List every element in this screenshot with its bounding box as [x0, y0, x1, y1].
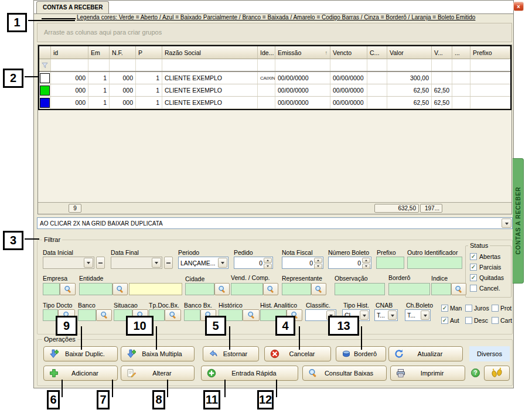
status-quitadas-checkbox[interactable]: ✓: [470, 274, 477, 281]
spin-up-icon[interactable]: [362, 258, 370, 263]
data-final-input[interactable]: [111, 257, 162, 269]
grid-header-v[interactable]: V...: [432, 46, 452, 59]
chevron-down-icon[interactable]: [502, 219, 511, 228]
grid-header-vencto[interactable]: Vencto: [330, 46, 367, 59]
empresa-search-button[interactable]: [60, 283, 76, 295]
filter-cell[interactable]: [432, 59, 452, 71]
chevron-down-icon[interactable]: [388, 310, 397, 320]
filter-cell[interactable]: [330, 59, 367, 71]
chevron-down-icon[interactable]: [152, 258, 161, 268]
spinner-buttons[interactable]: [314, 258, 322, 268]
grid-action-select[interactable]: AO CLICAR 2X NA GRID BAIXAR DUPLICATA: [37, 217, 513, 229]
banco-input[interactable]: [78, 309, 96, 321]
data-final-clear-button[interactable]: [164, 257, 173, 269]
spinner-buttons[interactable]: [264, 258, 272, 268]
filter-cell[interactable]: [110, 59, 136, 71]
estornar-button[interactable]: Estornar: [203, 346, 259, 361]
atualizar-button[interactable]: Atualizar: [388, 346, 463, 361]
representante-input[interactable]: [282, 283, 311, 295]
historico-search-button[interactable]: [243, 309, 260, 321]
aut-checkbox[interactable]: ✓: [441, 317, 448, 324]
spinner-buttons[interactable]: [362, 258, 370, 268]
tp-doc-bx-search-button[interactable]: [165, 309, 181, 321]
empresa-input[interactable]: [43, 283, 60, 295]
filter-cell[interactable]: [275, 59, 330, 71]
filter-cell[interactable]: [258, 59, 275, 71]
prot-checkbox[interactable]: [492, 305, 499, 312]
baixa-multipla-button[interactable]: Baixa Multipla: [121, 346, 195, 361]
adicionar-button[interactable]: Adicionar: [43, 366, 118, 381]
grid-header-id[interactable]: id: [51, 46, 88, 59]
banco-search-button[interactable]: [96, 309, 112, 321]
grid-header-prefixo[interactable]: Prefixo: [470, 46, 510, 59]
data-inicial-input[interactable]: [43, 257, 94, 269]
spin-up-icon[interactable]: [314, 258, 322, 263]
chevron-down-icon[interactable]: [421, 310, 429, 320]
vend-comp-input[interactable]: [231, 283, 263, 295]
representante-search-button[interactable]: [311, 283, 326, 295]
footprints-button[interactable]: [484, 366, 510, 381]
spin-down-icon[interactable]: [264, 264, 272, 269]
banco-bx-input[interactable]: [184, 309, 200, 321]
chevron-down-icon[interactable]: [84, 258, 93, 268]
periodo-select[interactable]: LANÇAME...: [178, 257, 229, 269]
entidade-search-button[interactable]: [112, 283, 128, 295]
cnab-select[interactable]: T...: [374, 309, 398, 321]
grid-header-valor[interactable]: Valor: [387, 46, 432, 59]
filter-cell[interactable]: [387, 59, 432, 71]
grid-header-emissao[interactable]: Emissão↑: [275, 46, 330, 59]
outro-identificador-input[interactable]: [407, 257, 462, 269]
entidade-input[interactable]: [79, 283, 112, 295]
filter-cell[interactable]: [452, 59, 470, 71]
filter-cell[interactable]: [367, 59, 387, 71]
bordero-input[interactable]: [388, 283, 430, 295]
entrada-rapida-button[interactable]: Entrada Rápida: [201, 366, 298, 381]
filter-cell[interactable]: [470, 59, 510, 71]
cidade-search-button[interactable]: [214, 283, 230, 295]
cidade-input[interactable]: [185, 283, 214, 295]
grid-header-dots[interactable]: ...: [452, 46, 470, 59]
imprimir-button[interactable]: Imprimir: [390, 366, 465, 381]
diversos-tab[interactable]: Diversos: [469, 346, 510, 361]
cancelar-button[interactable]: Cancelar: [264, 346, 331, 361]
filter-cell[interactable]: [88, 59, 110, 71]
pedido-input[interactable]: 0: [234, 257, 273, 269]
side-tab-contas-a-receber[interactable]: CONTAS A RECEBER: [513, 158, 524, 284]
table-row[interactable]: 000 1 000 1 CLIENTE EXEMPLO CAIXIN... 00…: [39, 72, 510, 84]
table-row[interactable]: 000 1 000 1 CLIENTE EXEMPLO 00/00/0000 0…: [39, 84, 510, 97]
filter-funnel-cell[interactable]: [39, 59, 51, 71]
numero-boleto-input[interactable]: 0: [328, 257, 371, 269]
status-parciais-checkbox[interactable]: ✓: [470, 264, 477, 271]
help-button[interactable]: ?: [471, 368, 480, 377]
indice-search-button[interactable]: [451, 283, 466, 295]
chevron-down-icon[interactable]: [218, 258, 227, 268]
prefixo-input[interactable]: [376, 257, 404, 269]
close-icon[interactable]: ×: [513, 2, 524, 11]
grid-header-em[interactable]: Em: [88, 46, 110, 59]
status-cancel-checkbox[interactable]: [470, 285, 477, 292]
grid-header-swatch[interactable]: [39, 46, 51, 59]
spin-down-icon[interactable]: [314, 264, 322, 269]
ch-boleto-select[interactable]: T...: [405, 309, 431, 321]
tab-contas-a-receber[interactable]: CONTAS A RECEBER: [36, 1, 109, 13]
table-row[interactable]: 000 1 000 1 CLIENTE EXEMPLO 00/00/0000 0…: [39, 97, 510, 109]
vend-comp-search-button[interactable]: [263, 283, 278, 295]
alterar-button[interactable]: Alterar: [121, 366, 195, 381]
filter-cell[interactable]: [162, 59, 258, 71]
grid-header-p[interactable]: P: [136, 46, 162, 59]
filter-cell[interactable]: [136, 59, 162, 71]
spin-up-icon[interactable]: [264, 258, 272, 263]
observacao-input[interactable]: [335, 283, 385, 295]
status-abertas-checkbox[interactable]: ✓: [470, 253, 477, 260]
group-by-zone[interactable]: Arraste as colunas aqui para criar grupo…: [37, 23, 512, 42]
filter-cell[interactable]: [51, 59, 88, 71]
juros-checkbox[interactable]: [465, 305, 472, 312]
grid-header-nf[interactable]: N.F.: [110, 46, 136, 59]
chevron-down-icon[interactable]: [360, 310, 369, 320]
entidade-nome-input[interactable]: [129, 283, 182, 295]
cart-checkbox[interactable]: [492, 317, 499, 324]
desc-checkbox[interactable]: [465, 317, 472, 324]
consultar-baixas-button[interactable]: Consultar Baixas: [302, 366, 387, 381]
data-inicial-clear-button[interactable]: [96, 257, 105, 269]
nota-fiscal-input[interactable]: 0: [282, 257, 323, 269]
